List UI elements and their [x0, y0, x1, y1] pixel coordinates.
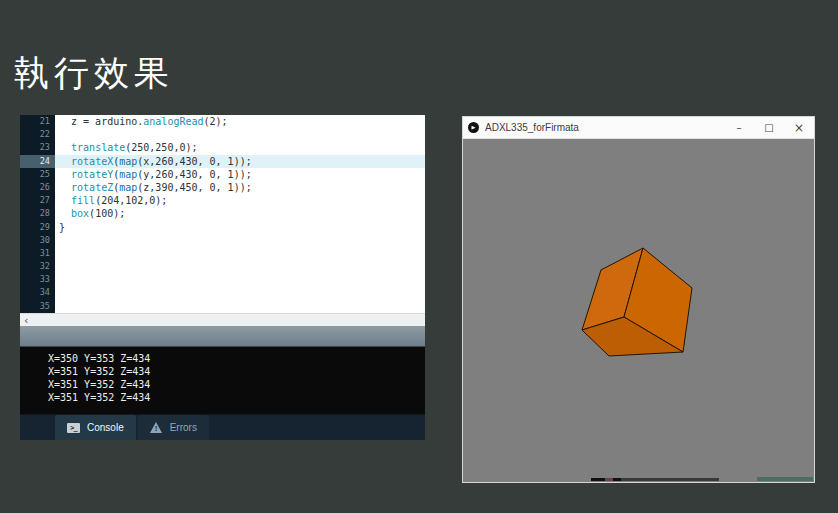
render-artifact: [605, 478, 613, 481]
line-number: 27: [20, 194, 55, 207]
tab-console[interactable]: >_ Console: [55, 415, 136, 440]
line-number: 32: [20, 260, 55, 273]
code-token: map: [119, 156, 137, 167]
tab-errors[interactable]: ! Errors: [138, 415, 209, 440]
code-token: (250,250,0);: [125, 142, 197, 153]
code-line[interactable]: z = arduino.analogRead(2);: [55, 115, 425, 128]
code-token: (2);: [204, 116, 228, 127]
code-line[interactable]: rotateX(map(x,260,430, 0, 1));: [55, 155, 425, 168]
code-token: rotateZ: [71, 182, 113, 193]
code-line[interactable]: [55, 260, 425, 273]
sketch-canvas: [463, 139, 814, 482]
console-line: X=350 Y=353 Z=434: [48, 352, 425, 365]
line-number: 21: [20, 115, 55, 128]
page-title: 執行效果: [14, 50, 174, 97]
line-number: 25: [20, 168, 55, 181]
line-number: 28: [20, 207, 55, 220]
line-number: 30: [20, 234, 55, 247]
warning-exclamation: !: [150, 424, 163, 433]
code-token: [59, 195, 71, 206]
line-number: 35: [20, 300, 55, 313]
code-token: box: [71, 208, 89, 219]
code-line[interactable]: [55, 286, 425, 299]
window-title-bar[interactable]: ▶ ADXL335_forFirmata – □ ×: [463, 117, 814, 139]
code-line[interactable]: rotateY(map(y,260,430, 0, 1));: [55, 168, 425, 181]
minimize-button[interactable]: –: [724, 117, 754, 139]
message-area: [20, 326, 425, 347]
line-number: 23: [20, 141, 55, 154]
code-line[interactable]: translate(250,250,0);: [55, 141, 425, 154]
code-token: [59, 156, 71, 167]
code-line[interactable]: [55, 273, 425, 286]
code-line[interactable]: rotateZ(map(z,390,450, 0, 1));: [55, 181, 425, 194]
line-number: 26: [20, 181, 55, 194]
console-output: X=350 Y=353 Z=434X=351 Y=352 Z=434X=351 …: [20, 347, 425, 414]
code-token: z = arduino.: [59, 116, 143, 127]
code-token: map: [119, 169, 137, 180]
line-number-gutter: 212223242526272829303132333435: [20, 115, 55, 313]
console-line: X=351 Y=352 Z=434: [48, 391, 425, 404]
slide-background: { "slide": { "title": "執行效果" }, "ide": {…: [0, 0, 838, 513]
code-line[interactable]: [55, 300, 425, 313]
code-token: rotateX: [71, 156, 113, 167]
code-token: (100);: [89, 208, 125, 219]
code-token: analogRead: [143, 116, 203, 127]
tab-errors-label: Errors: [170, 422, 197, 433]
code-token: [59, 208, 71, 219]
code-token: [59, 169, 71, 180]
line-number: 31: [20, 247, 55, 260]
code-token: translate: [71, 142, 125, 153]
code-line[interactable]: [55, 247, 425, 260]
code-line[interactable]: [55, 234, 425, 247]
line-number: 34: [20, 286, 55, 299]
code-token: rotateY: [71, 169, 113, 180]
maximize-button[interactable]: □: [754, 117, 784, 139]
code-token: fill: [71, 195, 95, 206]
window-title: ADXL335_forFirmata: [485, 122, 724, 133]
processing-ide-panel: 212223242526272829303132333435 z = ardui…: [20, 115, 425, 440]
code-token: [59, 142, 71, 153]
code-token: (x,260,430, 0, 1));: [137, 156, 251, 167]
horizontal-scrollbar[interactable]: ‹: [20, 313, 425, 326]
code-line[interactable]: [55, 128, 425, 141]
code-token: (204,102,0);: [95, 195, 167, 206]
line-number: 22: [20, 128, 55, 141]
code-token: }: [59, 222, 65, 233]
render-artifact: [757, 477, 813, 481]
code-editor[interactable]: 212223242526272829303132333435 z = ardui…: [20, 115, 425, 313]
code-token: (z,390,450, 0, 1));: [137, 182, 251, 193]
code-area[interactable]: z = arduino.analogRead(2); translate(250…: [55, 115, 425, 313]
code-line[interactable]: }: [55, 221, 425, 234]
line-number: 24: [20, 155, 55, 168]
console-line: X=351 Y=352 Z=434: [48, 378, 425, 391]
console-prompt-icon: >_: [67, 423, 80, 433]
warning-icon: !: [150, 422, 163, 433]
code-line[interactable]: box(100);: [55, 207, 425, 220]
line-number: 29: [20, 221, 55, 234]
render-artifact: [621, 478, 719, 481]
tab-console-label: Console: [87, 422, 124, 433]
code-token: (y,260,430, 0, 1));: [137, 169, 251, 180]
console-tab-bar: >_ Console ! Errors: [20, 414, 425, 440]
console-line: X=351 Y=352 Z=434: [48, 365, 425, 378]
code-token: [59, 182, 71, 193]
line-number: 33: [20, 273, 55, 286]
code-line[interactable]: fill(204,102,0);: [55, 194, 425, 207]
close-button[interactable]: ×: [784, 117, 814, 139]
orange-cube: [463, 139, 814, 482]
chevron-left-icon[interactable]: ‹: [20, 315, 28, 326]
sketch-window: ▶ ADXL335_forFirmata – □ ×: [462, 116, 815, 483]
code-token: map: [119, 182, 137, 193]
play-icon: ▶: [468, 122, 479, 133]
